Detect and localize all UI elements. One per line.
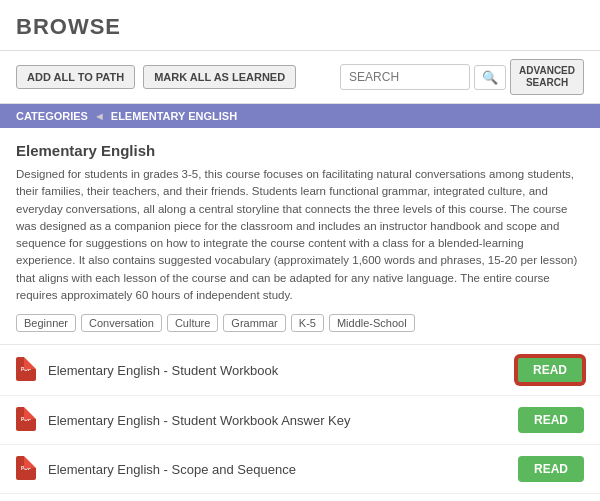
tag-beginner[interactable]: Beginner — [16, 314, 76, 332]
course-section: Elementary English Designed for students… — [0, 128, 600, 345]
tag-culture[interactable]: Culture — [167, 314, 218, 332]
course-title: Elementary English — [16, 142, 584, 159]
resource-row-3: Elementary English - Scope and Sequence … — [0, 445, 600, 494]
read-button-2[interactable]: READ — [518, 407, 584, 433]
toolbar: ADD ALL TO PATH MARK ALL AS LEARNED 🔍 AD… — [0, 51, 600, 104]
breadcrumb-separator: ◄ — [94, 110, 105, 122]
read-button-1[interactable]: READ — [516, 356, 584, 384]
mark-all-as-learned-button[interactable]: MARK ALL AS LEARNED — [143, 65, 296, 89]
main-content: Elementary English Designed for students… — [0, 128, 600, 501]
search-input[interactable] — [340, 64, 470, 90]
resource-name-1: Elementary English - Student Workbook — [48, 363, 516, 378]
breadcrumb-bar: CATEGORIES ◄ ELEMENTARY ENGLISH — [0, 104, 600, 128]
breadcrumb-categories[interactable]: CATEGORIES — [16, 110, 88, 122]
pdf-icon-3 — [16, 456, 38, 482]
tags-row: Beginner Conversation Culture Grammar K-… — [16, 314, 584, 332]
course-description: Designed for students in grades 3-5, thi… — [16, 166, 584, 304]
pdf-icon-2 — [16, 407, 38, 433]
pdf-icon-1 — [16, 357, 38, 383]
search-icon-button[interactable]: 🔍 — [474, 65, 506, 90]
tag-conversation[interactable]: Conversation — [81, 314, 162, 332]
read-button-3[interactable]: READ — [518, 456, 584, 482]
tag-middle-school[interactable]: Middle-School — [329, 314, 415, 332]
resource-row-4: Elementary English - Instructor Handbook… — [0, 494, 600, 501]
advanced-search-button[interactable]: ADVANCED SEARCH — [510, 59, 584, 95]
resource-name-3: Elementary English - Scope and Sequence — [48, 462, 518, 477]
page-title: BROWSE — [16, 14, 121, 39]
resource-name-2: Elementary English - Student Workbook An… — [48, 413, 518, 428]
resource-row: Elementary English - Student Workbook RE… — [0, 345, 600, 396]
search-icon: 🔍 — [482, 70, 498, 85]
tag-k5[interactable]: K-5 — [291, 314, 324, 332]
tag-grammar[interactable]: Grammar — [223, 314, 285, 332]
add-all-to-path-button[interactable]: ADD ALL TO PATH — [16, 65, 135, 89]
resource-row-2: Elementary English - Student Workbook An… — [0, 396, 600, 445]
search-area: 🔍 ADVANCED SEARCH — [340, 59, 584, 95]
breadcrumb-current[interactable]: ELEMENTARY ENGLISH — [111, 110, 237, 122]
header: BROWSE — [0, 0, 600, 51]
